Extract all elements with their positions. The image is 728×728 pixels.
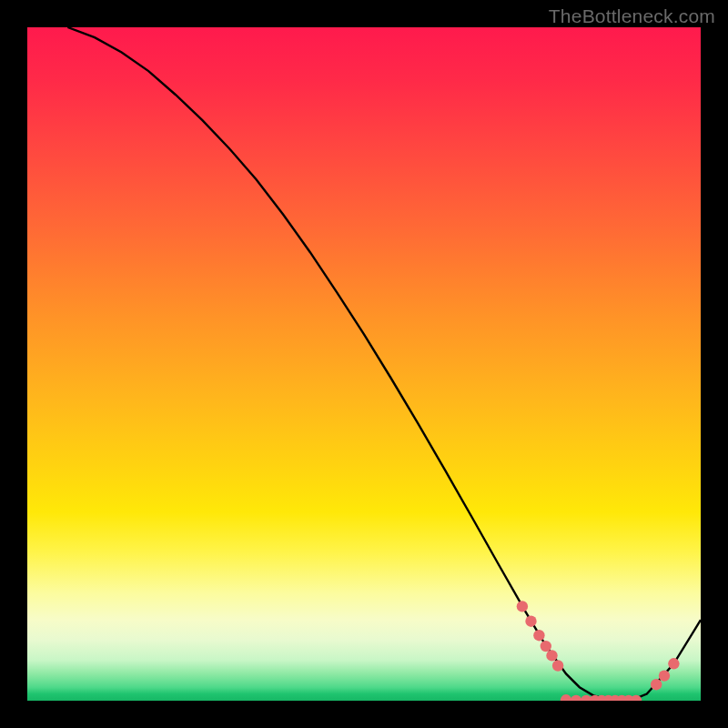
marker-dot (651, 679, 662, 690)
curve-markers (517, 601, 680, 701)
marker-dot (552, 660, 563, 671)
marker-dot (668, 658, 679, 669)
marker-dot (561, 694, 571, 701)
bottleneck-curve (67, 27, 701, 701)
marker-dot (525, 616, 536, 627)
chart-frame: TheBottleneck.com (0, 0, 728, 728)
marker-dot (571, 695, 581, 701)
marker-dot (541, 641, 551, 652)
marker-dot (659, 670, 670, 681)
marker-dot (517, 601, 528, 612)
curve-layer (27, 27, 701, 701)
plot-area (27, 27, 701, 701)
marker-dot (546, 650, 557, 661)
marker-dot (533, 630, 544, 641)
watermark-text: TheBottleneck.com (549, 5, 715, 27)
